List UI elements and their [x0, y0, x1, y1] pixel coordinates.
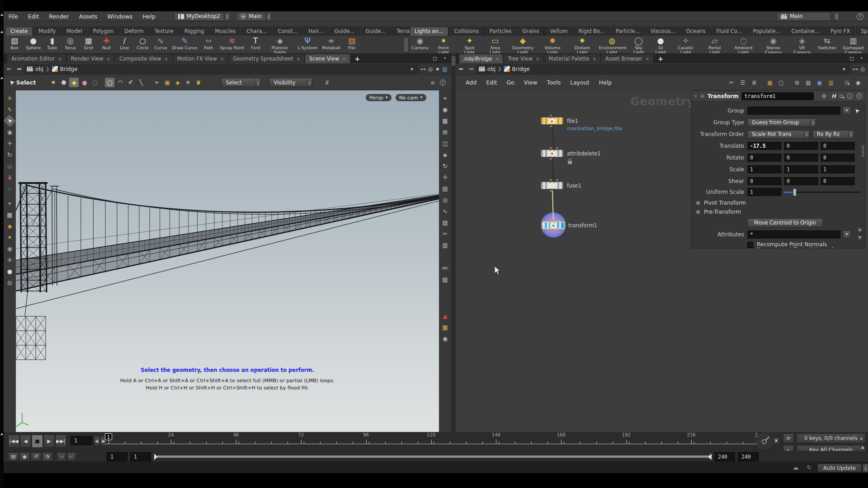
shelf-tab-oceans[interactable]: Oceans — [681, 27, 711, 36]
scroll-down-button[interactable]: ▼ — [857, 235, 863, 241]
draw-tool-icon[interactable]: ✎ — [5, 105, 14, 114]
gear-icon[interactable]: ⚙ — [821, 93, 828, 99]
range-end2-field[interactable]: 240 — [738, 452, 759, 461]
snapshot-b-icon[interactable]: ▤ — [805, 80, 812, 86]
shaded-display-icon[interactable]: ● — [5, 267, 14, 276]
construction-plane-icon[interactable]: ✛ — [440, 173, 450, 182]
range-handle-right[interactable] — [708, 454, 712, 460]
uniform-scale-field[interactable]: 1 — [747, 188, 782, 196]
paint-tool-icon[interactable]: ✦ — [5, 199, 14, 208]
recook-icon[interactable]: ↻ — [806, 465, 813, 471]
sculpt-tool-icon[interactable]: ✳ — [5, 94, 14, 103]
select-geometry-icon[interactable]: ⬟ — [59, 78, 68, 87]
menu-help[interactable]: Help — [137, 13, 160, 20]
layout-quad-icon[interactable]: ⊞ — [440, 128, 450, 136]
close-icon[interactable]: × — [593, 56, 596, 61]
breadcrumb-node[interactable]: Bridge — [504, 66, 530, 72]
node-fuse1[interactable]: ∷ — [541, 182, 563, 189]
attributes-field[interactable]: * — [747, 230, 840, 239]
shelf-tool-spot-light[interactable]: ✦Spot Light — [457, 36, 482, 55]
path-combo-caret[interactable]: ▾ — [408, 66, 415, 72]
select-points-icon[interactable]: ● — [80, 78, 89, 87]
scale-y-field[interactable]: 1 — [784, 165, 818, 174]
scoped-channels-icon[interactable]: ⟳ — [783, 433, 794, 443]
range-handle-left[interactable] — [154, 454, 158, 460]
select-material-icon[interactable]: ✳ — [183, 78, 193, 87]
shelf-tab-model[interactable]: Model — [61, 27, 87, 36]
next-keyframe-button[interactable]: ▶| — [67, 452, 76, 461]
close-icon[interactable]: × — [297, 56, 300, 61]
group-list-icon[interactable]: ▨ — [440, 275, 450, 284]
shelf-tool-volume-light[interactable]: ✹Volume Light — [538, 36, 567, 55]
shelf-tool-area-light[interactable]: ▭Area Light — [482, 36, 508, 55]
shelf-tab-rigid-bo[interactable]: Rigid Bo... — [573, 27, 609, 36]
back-arrow-icon[interactable]: ⬅ — [456, 66, 466, 72]
rotate-z-field[interactable]: 0 — [821, 154, 855, 162]
shelf-tool-distant-light[interactable]: ✷Distant Light — [567, 36, 597, 55]
secure-selection-icon[interactable]: ◉ — [5, 128, 14, 136]
help-button[interactable]: ? — [857, 13, 863, 20]
info-icon[interactable]: i — [847, 93, 853, 99]
shelf-tool-platonic-solids[interactable]: ◈Platonic Solids — [264, 36, 295, 55]
pane-tab-render-view[interactable]: Render View× — [67, 54, 114, 63]
shelf-tab-particle[interactable]: Particle... — [611, 27, 645, 36]
rotate-y-field[interactable]: 0 — [784, 154, 818, 162]
shelf-tab-texture[interactable]: Texture — [150, 27, 179, 36]
loop-mode-icon[interactable]: ↺ — [31, 452, 41, 461]
link-dot-icon[interactable]: ● — [434, 66, 441, 72]
shelf-tool-camera[interactable]: ◉Camera — [410, 36, 430, 51]
realtime-toggle-icon[interactable]: ◔ — [42, 452, 52, 461]
path-combo-caret[interactable]: ▾ — [840, 66, 848, 72]
text-overlay-icon[interactable]: abc — [440, 264, 450, 272]
snap-tool-icon[interactable]: ∴ — [5, 184, 14, 193]
range-start-field[interactable]: 1 — [107, 452, 127, 461]
camera-select-button[interactable]: No cam▼ — [396, 94, 426, 101]
shelf-tab-deform[interactable]: Deform — [119, 27, 149, 36]
follow-context-icon[interactable]: ◎ — [859, 66, 866, 72]
rotate-tool-icon[interactable]: ↻ — [5, 150, 14, 159]
breadcrumb-root[interactable]: obj — [27, 66, 43, 72]
light-tool-icon[interactable]: ✶ — [5, 233, 14, 242]
pin-pane-icon[interactable]: ⊶ — [852, 66, 859, 72]
path-field[interactable]: obj ❯ Bridge ▾ — [476, 65, 850, 74]
shelf-tool-null[interactable]: ✚Null — [97, 36, 115, 51]
persp-view-button[interactable]: Persp▼ — [366, 94, 392, 101]
menu-windows[interactable]: Windows — [102, 13, 137, 20]
group-combo-button[interactable]: ▼ — [843, 107, 851, 115]
menu-render[interactable]: Render — [44, 13, 74, 20]
shelf-tab-const[interactable]: Const... — [273, 27, 302, 36]
tree-list-icon[interactable]: ☰ — [739, 80, 746, 86]
translate-z-field[interactable]: 0 — [821, 142, 855, 150]
network-menu-view[interactable]: View — [524, 79, 538, 86]
expand-icon[interactable]: ⊕ — [696, 200, 700, 206]
shelf-tab-guide[interactable]: Guide... — [361, 27, 391, 36]
set-key-button[interactable] — [756, 433, 772, 450]
shear-z-field[interactable]: 0 — [821, 177, 855, 185]
shelf-tab-containe[interactable]: Containe... — [786, 27, 824, 36]
box-select-icon[interactable]: ▢ — [105, 78, 114, 87]
menu-edit[interactable]: Edit — [23, 13, 44, 20]
stop-button[interactable]: ■ — [32, 435, 43, 448]
lasso-select-icon[interactable]: ◠ — [115, 78, 125, 87]
shelf-tab-muscles[interactable]: Muscles — [210, 27, 241, 36]
search-icon[interactable] — [840, 94, 843, 98]
pane-tab-obj-bridge[interactable]: /obj/Bridge× — [459, 54, 503, 63]
pane-tab-asset-browser[interactable]: Asset Browser× — [601, 54, 653, 63]
select-contained-icon[interactable]: ▣ — [162, 78, 172, 87]
breadcrumb-root[interactable]: obj — [479, 66, 495, 72]
network-menu-edit[interactable]: Edit — [486, 79, 497, 86]
rotate-x-field[interactable]: 0 — [747, 154, 782, 162]
message-bubble-icon[interactable]: ☁ — [792, 465, 799, 471]
network-menu-help[interactable]: Help — [599, 79, 612, 86]
desktop-spinner[interactable]: ▴▾ — [224, 12, 230, 21]
pane-tab-animation-editor[interactable]: Animation Editor× — [7, 54, 66, 63]
pane-split-caret-icon[interactable]: ▾ — [441, 55, 448, 61]
color-palette-icon[interactable]: ▦ — [766, 80, 774, 86]
node-transform1[interactable]: ⇆ — [542, 221, 565, 229]
network-menu-add[interactable]: Add — [466, 79, 476, 86]
warning-icon[interactable]: ▲ — [440, 312, 450, 320]
shelf-tool-gamepad-camera[interactable]: ▥Gamepad Camera — [838, 36, 868, 55]
houdini-help-icon[interactable]: H — [831, 93, 836, 99]
shape-palette-icon[interactable]: ▢ — [778, 80, 785, 86]
update-mode-spinner[interactable]: ▴▾ — [863, 464, 868, 472]
